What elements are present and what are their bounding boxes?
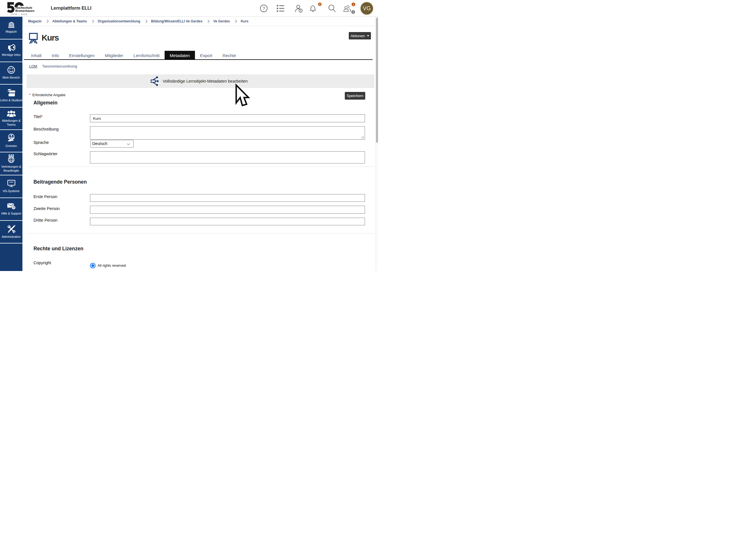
svg-text:?: ? [12, 206, 14, 209]
svg-text:?: ? [263, 6, 265, 11]
